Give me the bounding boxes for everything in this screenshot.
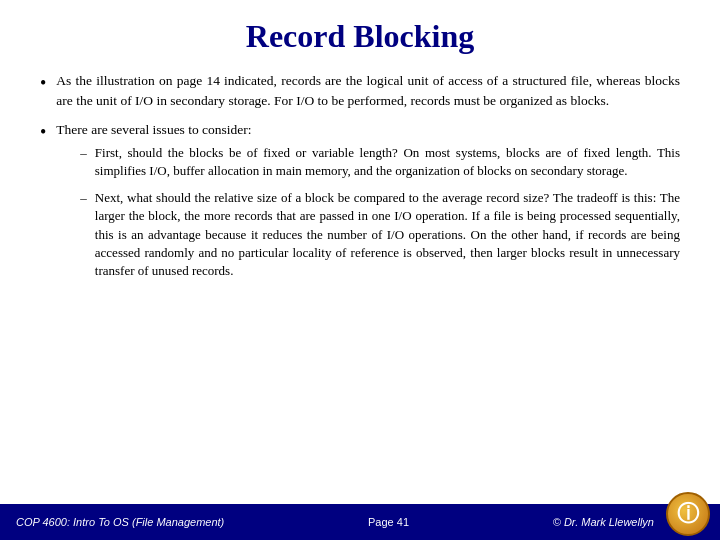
footer-bar: COP 4600: Intro To OS (File Management) … — [0, 504, 720, 540]
sub-2-dash: – — [80, 189, 87, 208]
sub-1-text: First, should the blocks be of fixed or … — [95, 144, 680, 181]
bullet-2-dot: • — [40, 119, 46, 145]
bullet-1: • As the illustration on page 14 indicat… — [40, 71, 680, 110]
footer-center-text: Page 41 — [368, 516, 409, 528]
bullet-1-dot: • — [40, 70, 46, 96]
sub-items: – First, should the blocks be of fixed o… — [56, 144, 680, 281]
slide: Record Blocking • As the illustration on… — [0, 0, 720, 540]
bullet-1-text: As the illustration on page 14 indicated… — [56, 71, 680, 110]
bullet-2: • There are several issues to consider: … — [40, 120, 680, 289]
footer-logo: ⓘ — [666, 492, 710, 536]
sub-2-text: Next, what should the relative size of a… — [95, 189, 680, 281]
bullet-2-intro: There are several issues to consider: — [56, 120, 680, 140]
footer-left-text: COP 4600: Intro To OS (File Management) — [16, 516, 224, 528]
sub-item-2: – Next, what should the relative size of… — [80, 189, 680, 281]
logo-circle: ⓘ — [666, 492, 710, 536]
logo-icon: ⓘ — [677, 499, 699, 529]
sub-1-dash: – — [80, 144, 87, 163]
slide-content: • As the illustration on page 14 indicat… — [0, 65, 720, 504]
title-section: Record Blocking — [0, 0, 720, 65]
sub-item-1: – First, should the blocks be of fixed o… — [80, 144, 680, 181]
footer-right-text: © Dr. Mark Llewellyn — [553, 516, 654, 528]
slide-title: Record Blocking — [40, 18, 680, 55]
